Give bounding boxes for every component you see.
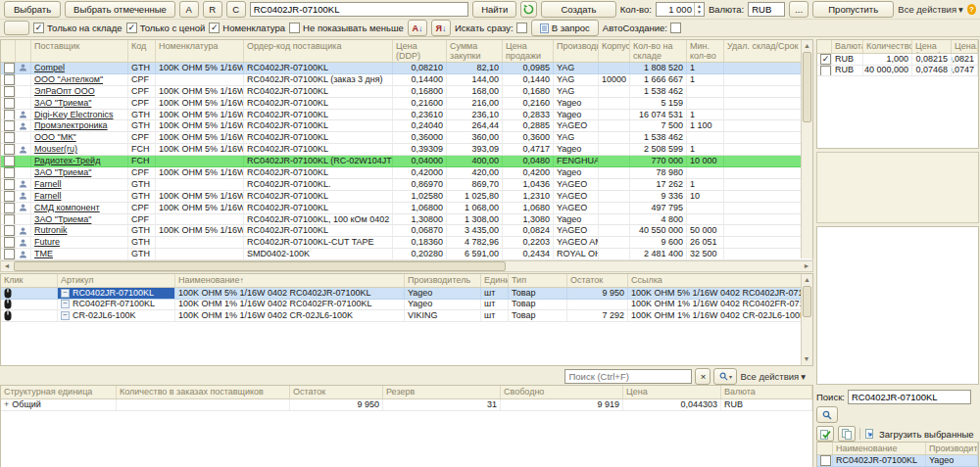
column-header[interactable]: Структурная единица [1,386,117,398]
found-item-row[interactable]: RC0402JR-07100KLYageo [817,455,978,467]
column-header[interactable]: Наименование↑ [175,274,405,287]
cell-cb[interactable] [1,86,16,98]
cell-supplier[interactable]: Rutronik [31,225,128,237]
column-header[interactable]: Клик [1,274,58,287]
filter-a-button[interactable]: A [179,1,199,18]
stepper-arrows-icon[interactable]: ▲▼ [694,3,704,16]
price-row[interactable]: ✓RUB1,0000,082150,0821 [817,54,978,66]
column-header[interactable]: Тип номенклатуры [509,274,567,287]
all-actions-menu[interactable]: Все действия▾ [898,4,963,15]
cell-cb[interactable] [1,203,16,214]
supplier-link[interactable]: Digi-Key Electronics [34,110,114,120]
column-header[interactable]: Удал. склад/Срок [724,40,812,62]
item-row[interactable]: −RC0402JR-07100KL100K OHM 5% 1/16W 0402 … [1,288,812,300]
supplier-row[interactable]: FutureGTHRC0402JR-07100KL-CUT TAPE0,1836… [1,237,812,249]
column-header[interactable]: Количество в заказах поставщиков [117,386,290,398]
help-icon[interactable]: ? [967,4,976,15]
column-header[interactable] [817,40,832,53]
right-search-button[interactable] [816,406,838,423]
currency-picker-button[interactable]: ... [789,1,808,18]
cell-cb[interactable] [1,98,16,110]
select-marked-button[interactable]: Выбрать отмеченные [65,1,175,18]
column-header[interactable] [16,40,31,62]
cell-cb[interactable] [1,214,16,226]
copy-button[interactable] [838,426,856,442]
cell-cb[interactable] [1,225,16,237]
only-in-stock-checkbox[interactable]: ✓Только на складе [33,23,122,33]
filter-stub-button[interactable] [4,21,29,35]
cell-cb[interactable] [1,156,16,167]
column-header[interactable]: Остаток [290,386,383,398]
row-checkbox[interactable]: ✓ [820,54,831,65]
create-button[interactable]: Создать [541,1,615,18]
row-checkbox[interactable] [4,110,15,120]
supplier-row[interactable]: ЗАО "Триема"CPF100K OHM 5% 1/16W 0402 ..… [1,98,812,110]
filter-c-button[interactable]: C [226,1,246,18]
price-row[interactable]: RUB40 000,0000,074680,0747 [817,66,978,77]
column-header[interactable]: Мин. кол-во [687,40,724,62]
supplier-row[interactable]: Радиотех-ТрейдFCHRC0402JR-07100KL (RC-02… [1,156,812,167]
column-header[interactable]: Валюта [832,40,863,53]
supplier-link[interactable]: ЭлРаОпт ООО [34,86,95,97]
column-header[interactable]: Номенклатура [156,40,244,62]
supplier-link[interactable]: Rutronik [34,225,68,236]
cell-checked[interactable] [817,455,833,467]
cell-supplier[interactable]: Farnell [31,179,128,191]
column-header[interactable] [1,40,16,62]
column-header[interactable]: Поставщик [31,40,128,62]
supplier-link[interactable]: Радиотех-Трейд [34,156,100,166]
column-header[interactable]: Остаток [567,274,628,287]
column-header[interactable]: Наименование [833,443,926,454]
sort-descending-button[interactable]: Я↓ [431,20,451,36]
supplier-link[interactable]: Farnell [34,179,62,190]
cell-supplier[interactable]: ЗАО "Триема" [31,98,128,110]
cell-cb[interactable] [1,179,16,191]
supplier-row[interactable]: RutronikGTH100K OHM 5% 1/16W 0402 ...RC0… [1,225,812,237]
column-header[interactable]: Производит... [554,40,599,62]
column-header[interactable]: Код [128,40,156,62]
search-now-checkbox[interactable]: Искать сразу: [455,23,527,33]
cell-supplier[interactable]: Mouser(ru) [31,144,128,156]
supplier-link[interactable]: TME [34,249,53,259]
only-with-price-checkbox[interactable]: ✓Только с ценой [126,23,206,33]
supplier-row[interactable]: TMEGTHSMD0402-100K0,202806 591,000,2434R… [1,249,812,260]
dont-show-less-checkbox[interactable]: Не показывать меньше [289,23,404,33]
item-row[interactable]: −CR-02JL6-100K100K OHM 1% 1/16W 0402 CR-… [1,310,812,322]
column-header[interactable]: Количество [863,40,912,53]
supplier-link[interactable]: ЗАО "Триема" [34,214,91,225]
cell-supplier[interactable]: СМД компонент [31,203,128,214]
supplier-row[interactable]: Digi-Key ElectronicsGTH100K OHM 5% 1/16W… [1,110,812,121]
row-checkbox[interactable] [4,74,15,85]
cell-supplier[interactable]: ЗАО "Триема" [31,167,128,179]
supplier-row[interactable]: Mouser(ru)FCH100K OHM 5% 1/16W 0402 ...R… [1,144,812,156]
column-header[interactable]: Сумма закупки [447,40,503,62]
quantity-stepper[interactable]: 1 000 ▲▼ [656,2,705,17]
cell-supplier[interactable]: ООО "МК" [31,132,128,144]
column-header[interactable]: Цена [623,386,721,398]
column-header[interactable]: Артикул [58,274,175,287]
column-header[interactable]: Производитель [405,274,481,287]
cell-supplier[interactable]: ЭлРаОпт ООО [31,86,128,98]
to-query-button[interactable]: В запрос [531,20,599,36]
part-search-input[interactable] [250,2,468,17]
currency-input[interactable] [748,2,785,17]
suppliers-horizontal-scrollbar[interactable]: ◄ ► [0,260,813,272]
scroll-up-icon[interactable]: ▲ [802,40,812,52]
supplier-row[interactable]: ЭлРаОпт ОООCPF100K OHM 5% 1/16W 0402 ...… [1,86,812,98]
column-header[interactable]: Корпус [599,40,630,62]
row-checkbox[interactable] [4,144,15,155]
supplier-link[interactable]: СМД компонент [34,203,100,213]
row-checkbox[interactable] [4,249,15,259]
scroll-left-icon[interactable]: ◄ [1,261,13,271]
cell-cb[interactable] [1,74,16,86]
cell-artikul[interactable]: −CR-02JL6-100K [58,310,175,322]
row-checkbox[interactable] [4,132,15,143]
cell-artikul[interactable]: −RC0402JR-07100KL [58,288,175,300]
row-checkbox[interactable] [820,455,831,466]
scrollbar-thumb[interactable] [803,286,811,317]
column-header[interactable] [817,443,833,454]
supplier-row[interactable]: CompelGTH100K OHM 5% 1/16W 0402 ...RC040… [1,63,812,74]
cell-artikul[interactable]: −RC0402FR-07100KL [58,300,175,311]
supplier-row[interactable]: ЗАО "Триема"CPF100K OHM 5% 1/16W 0402 ..… [1,167,812,179]
row-checkbox[interactable] [4,120,15,131]
